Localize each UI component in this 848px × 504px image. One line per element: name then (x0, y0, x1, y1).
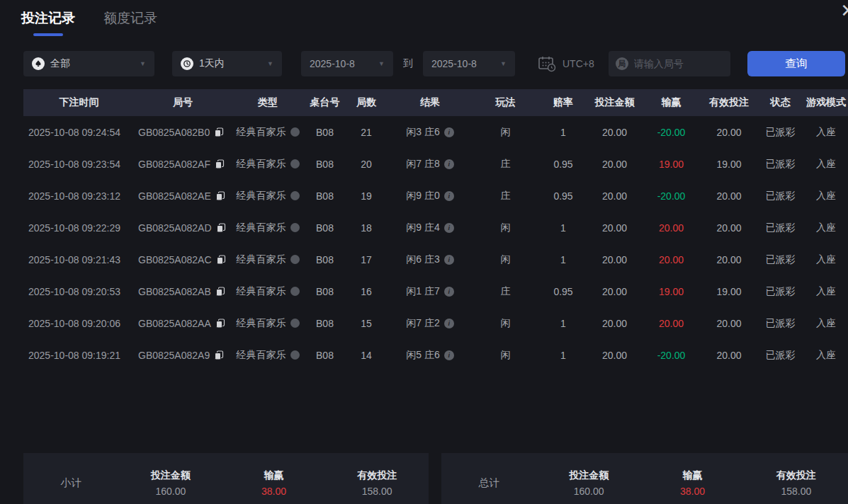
timezone-label: UTC+8 (562, 58, 594, 69)
summary-item: 投注金额160.00 (119, 469, 222, 497)
to-label: 到 (403, 57, 413, 70)
bet-amount: 20.00 (588, 222, 641, 234)
round-id-cell: GB0825A082AA (135, 318, 231, 329)
summary-item-label: 有效投注 (776, 469, 816, 482)
odds-value: 0.95 (538, 190, 588, 202)
table-row[interactable]: 2025-10-08 09:24:54 GB0825A082B0 经典百家乐 B… (23, 116, 848, 148)
round-id-cell: GB0825A082A9 (135, 350, 231, 361)
result-cell: 闲1 庄7 i (388, 285, 473, 298)
bet-time: 2025-10-08 09:19:21 (23, 350, 135, 361)
tab-bet-records[interactable]: 投注记录 (21, 9, 75, 35)
result-info-icon[interactable]: i (444, 159, 454, 169)
round-number-input[interactable] (634, 58, 723, 69)
round-id: GB0825A082AB (138, 286, 211, 297)
result-info-icon[interactable]: i (444, 127, 454, 137)
status-value: 已派彩 (757, 285, 804, 298)
table-row[interactable]: 2025-10-08 09:23:12 GB0825A082AE 经典百家乐 B… (23, 180, 848, 212)
game-type-name: 经典百家乐 (237, 317, 286, 330)
game-type-select[interactable]: 全部 ▼ (23, 51, 154, 76)
copy-icon[interactable] (215, 159, 225, 169)
result-info-icon[interactable]: i (444, 191, 454, 201)
table-number: B08 (305, 222, 345, 234)
result-value: 闲7 庄2 (406, 317, 439, 330)
game-type-name: 经典百家乐 (237, 253, 286, 266)
result-info-icon[interactable]: i (444, 223, 454, 233)
table-number: B08 (305, 254, 345, 265)
summary-item: 有效投注158.00 (745, 469, 848, 497)
game-mode-value: 入座 (804, 317, 848, 330)
column-header: 投注金额 (588, 96, 641, 109)
tab-quota-records[interactable]: 额度记录 (103, 9, 157, 35)
round-count: 19 (345, 190, 388, 202)
bet-amount: 20.00 (588, 350, 641, 361)
win-loss-value: 20.00 (641, 222, 701, 234)
summary-panel: 总计 投注金额160.00输赢38.00有效投注158.00 (441, 453, 848, 504)
summary-label: 小计 (23, 476, 119, 490)
bet-time: 2025-10-08 09:23:54 (23, 159, 135, 170)
result-value: 闲3 庄6 (406, 126, 439, 139)
result-cell: 闲9 庄4 i (388, 222, 473, 234)
game-mode-value: 入座 (804, 126, 848, 139)
result-info-icon[interactable]: i (444, 287, 454, 297)
summary-item-label: 有效投注 (357, 469, 397, 482)
play-type: 闲 (473, 349, 538, 362)
chevron-down-icon: ▼ (494, 60, 507, 67)
round-search-field: 局 (609, 51, 730, 76)
odds-value: 1 (538, 127, 588, 138)
calendar-clock-icon[interactable] (538, 55, 557, 72)
game-type-cell: 经典百家乐 (231, 317, 305, 330)
date-to-select[interactable]: 2025-10-8 ▼ (423, 51, 515, 76)
table-number: B08 (305, 127, 345, 138)
close-icon[interactable]: ✕ (840, 1, 848, 20)
copy-icon[interactable] (214, 127, 224, 137)
valid-bet-amount: 20.00 (701, 254, 757, 265)
odds-value: 1 (538, 318, 588, 329)
game-type-name: 经典百家乐 (237, 349, 286, 362)
copy-icon[interactable] (216, 255, 226, 265)
table-row[interactable]: 2025-10-08 09:20:06 GB0825A082AA 经典百家乐 B… (23, 307, 848, 339)
query-button[interactable]: 查询 (747, 51, 845, 76)
summary-item-value: 158.00 (362, 486, 392, 497)
round-id-cell: GB0825A082AF (135, 159, 231, 170)
copy-icon[interactable] (215, 319, 225, 328)
game-info-icon (290, 255, 300, 264)
result-info-icon[interactable]: i (444, 319, 454, 328)
table-row[interactable]: 2025-10-08 09:19:21 GB0825A082A9 经典百家乐 B… (23, 339, 848, 371)
result-cell: 闲7 庄2 i (388, 317, 473, 330)
play-type: 庄 (473, 158, 538, 171)
column-header: 局号 (135, 96, 231, 109)
round-count: 16 (345, 286, 388, 297)
copy-icon[interactable] (214, 350, 224, 360)
table-row[interactable]: 2025-10-08 09:22:29 GB0825A082AD 经典百家乐 B… (23, 212, 848, 244)
game-type-value: 全部 (50, 57, 70, 70)
game-info-icon (290, 127, 300, 137)
summary-item-label: 投注金额 (569, 469, 609, 482)
round-id: GB0825A082B0 (138, 127, 210, 138)
status-value: 已派彩 (757, 349, 804, 362)
copy-icon[interactable] (215, 287, 225, 297)
table-number: B08 (305, 159, 345, 170)
date-from-select[interactable]: 2025-10-8 ▼ (301, 51, 393, 76)
table-row[interactable]: 2025-10-08 09:23:54 GB0825A082AF 经典百家乐 B… (23, 148, 848, 180)
win-loss-value: -20.00 (641, 190, 701, 202)
copy-icon[interactable] (216, 223, 226, 233)
game-info-icon (290, 287, 300, 296)
status-value: 已派彩 (757, 158, 804, 171)
game-type-name: 经典百家乐 (237, 126, 286, 139)
game-type-cell: 经典百家乐 (231, 158, 305, 171)
summary-items: 投注金额160.00输赢38.00有效投注158.00 (537, 469, 848, 497)
game-info-icon (290, 319, 300, 328)
game-type-cell: 经典百家乐 (231, 126, 305, 139)
result-info-icon[interactable]: i (444, 350, 454, 360)
round-id-cell: GB0825A082AD (135, 222, 231, 234)
summary-item-label: 输赢 (264, 469, 284, 482)
bet-time: 2025-10-08 09:20:53 (23, 286, 135, 297)
table-row[interactable]: 2025-10-08 09:20:53 GB0825A082AB 经典百家乐 B… (23, 275, 848, 307)
result-info-icon[interactable]: i (444, 255, 454, 265)
date-from-value: 2025-10-8 (310, 58, 355, 69)
game-type-cell: 经典百家乐 (231, 222, 305, 234)
time-range-select[interactable]: 1天内 ▼ (172, 51, 282, 76)
table-row[interactable]: 2025-10-08 09:21:43 GB0825A082AC 经典百家乐 B… (23, 244, 848, 275)
win-loss-value: -20.00 (641, 350, 701, 361)
copy-icon[interactable] (215, 191, 225, 201)
